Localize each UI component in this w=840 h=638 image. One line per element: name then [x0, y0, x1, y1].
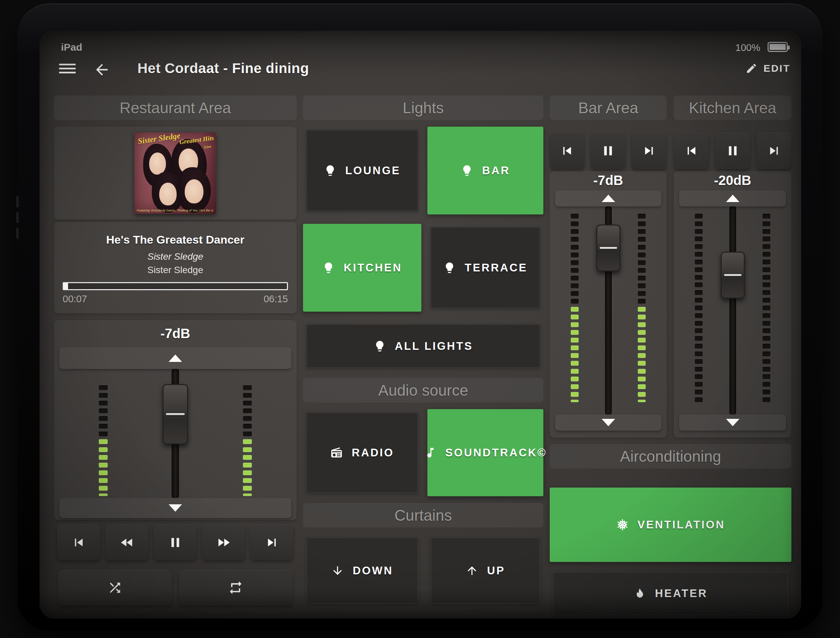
- restaurant-volume-up-button[interactable]: [59, 347, 291, 369]
- shuffle-button[interactable]: [58, 570, 172, 605]
- back-arrow-icon[interactable]: [93, 61, 111, 78]
- vu-segment-dark: [243, 424, 252, 429]
- kitchen-volume-down-button[interactable]: [679, 414, 786, 431]
- rewind-button[interactable]: [105, 524, 149, 560]
- vu-segment-dark: [762, 283, 770, 287]
- bar-previous-track-button[interactable]: [550, 133, 585, 169]
- battery-percentage: 100%: [736, 42, 760, 53]
- vu-segment-green: [571, 361, 579, 366]
- light-kitchen-tile[interactable]: KITCHEN: [303, 224, 421, 312]
- vu-segment-green: [571, 400, 579, 402]
- vu-segment-green: [243, 478, 252, 483]
- vu-segment-dark: [638, 253, 645, 257]
- kitchen-pause-button[interactable]: [715, 133, 750, 169]
- kitchen-previous-track-button[interactable]: [674, 133, 709, 169]
- fast-forward-button[interactable]: [202, 524, 245, 560]
- repeat-button[interactable]: [179, 570, 293, 605]
- vu-segment-dark: [99, 385, 108, 390]
- bar-volume-fader-handle[interactable]: [596, 224, 620, 272]
- bar-volume-slider[interactable]: [605, 207, 612, 414]
- menu-icon[interactable]: [59, 64, 76, 75]
- bar-pause-button[interactable]: [591, 133, 625, 169]
- vu-segment-dark: [571, 253, 579, 257]
- vu-segment-green: [99, 439, 108, 444]
- vu-segment-dark: [571, 261, 579, 265]
- flame-icon: [634, 587, 646, 600]
- restaurant-volume-slider[interactable]: [172, 369, 179, 498]
- vu-segment-dark: [243, 416, 252, 421]
- vu-segment-dark: [695, 237, 702, 241]
- airconditioning-header: Airconditioning: [550, 444, 791, 469]
- curtains-up-tile[interactable]: UP: [430, 537, 540, 604]
- kitchen-next-track-button[interactable]: [756, 133, 791, 169]
- light-tile-slot: LOUNGE: [303, 127, 421, 215]
- vu-segment-green: [638, 322, 645, 327]
- pause-icon: [725, 143, 740, 158]
- kitchen-vu-meter-left: [695, 214, 702, 402]
- light-bar-tile[interactable]: BAR: [427, 127, 543, 215]
- kitchen-volume-slider[interactable]: [729, 207, 736, 414]
- bar-volume-panel: -7dB: [550, 171, 667, 437]
- vu-segment-green: [243, 471, 252, 475]
- bar-area-header: Bar Area: [550, 95, 667, 120]
- previous-track-button[interactable]: [57, 524, 100, 560]
- vu-segment-dark: [695, 252, 702, 257]
- light-tile-slot: KITCHEN: [303, 224, 421, 312]
- kitchen-volume-panel: -20dB: [674, 171, 791, 437]
- vu-segment-dark: [243, 409, 252, 413]
- vu-segment-green: [243, 455, 252, 460]
- soundtrack-tile[interactable]: SOUNDTRACK©: [427, 409, 543, 496]
- restaurant-volume-down-button[interactable]: [59, 498, 291, 518]
- vu-segment-green: [638, 307, 645, 312]
- vu-segment-dark: [243, 401, 252, 406]
- previous-track-icon: [684, 143, 699, 158]
- vu-segment-green: [638, 392, 645, 397]
- tablet-side-button: [16, 227, 19, 239]
- vu-segment-dark: [571, 276, 579, 281]
- vu-segment-dark: [695, 359, 702, 364]
- vu-segment-dark: [762, 344, 770, 349]
- vu-segment-dark: [762, 275, 770, 280]
- restaurant-area-header: Restaurant Area: [54, 95, 297, 120]
- vu-segment-green: [638, 346, 645, 350]
- vu-segment-green: [571, 307, 579, 312]
- vu-segment-dark: [695, 328, 702, 333]
- pause-button[interactable]: [153, 524, 197, 560]
- vu-segment-dark: [695, 397, 702, 402]
- bar-next-track-button[interactable]: [631, 133, 666, 169]
- kitchen-volume-up-button[interactable]: [679, 190, 786, 207]
- all-lights-slot: ALL LIGHTS: [303, 321, 543, 371]
- vu-segment-green: [571, 377, 579, 381]
- vu-segment-dark: [695, 275, 702, 280]
- light-lounge-tile[interactable]: LOUNGE: [306, 129, 418, 212]
- edit-button[interactable]: EDIT: [745, 62, 790, 74]
- ventilation-tile[interactable]: VENTILATION: [550, 488, 791, 562]
- vu-segment-dark: [695, 298, 702, 303]
- vu-segment-dark: [638, 214, 645, 218]
- next-track-button[interactable]: [250, 524, 293, 560]
- bar-volume-down-button[interactable]: [555, 414, 661, 431]
- vu-segment-green: [638, 361, 645, 366]
- all-lights-tile[interactable]: ALL LIGHTS: [306, 324, 540, 368]
- heater-tile[interactable]: HEATER: [553, 572, 788, 615]
- bar-volume-up-button[interactable]: [555, 190, 661, 207]
- edit-label: EDIT: [764, 63, 790, 74]
- triangle-up-icon: [602, 195, 615, 202]
- vu-segment-dark: [571, 237, 579, 242]
- light-tile-slot: TERRACE: [427, 224, 543, 312]
- bar-vu-meter-left: [571, 214, 579, 402]
- radio-tile[interactable]: RADIO: [306, 412, 418, 493]
- restaurant-volume-fader-handle[interactable]: [163, 384, 188, 444]
- vu-segment-green: [571, 322, 579, 327]
- curtain-tile-slot: UP: [427, 534, 543, 607]
- next-track-icon: [766, 143, 781, 158]
- light-terrace-tile[interactable]: TERRACE: [430, 227, 540, 309]
- lights-header: Lights: [303, 95, 543, 120]
- vu-segment-dark: [762, 214, 770, 218]
- vu-segment-dark: [762, 221, 770, 226]
- kitchen-volume-fader-handle[interactable]: [721, 252, 745, 298]
- curtains-down-tile[interactable]: DOWN: [306, 537, 418, 604]
- vu-segment-dark: [243, 385, 252, 390]
- rewind-icon: [119, 535, 135, 550]
- track-progress-bar[interactable]: [63, 282, 288, 290]
